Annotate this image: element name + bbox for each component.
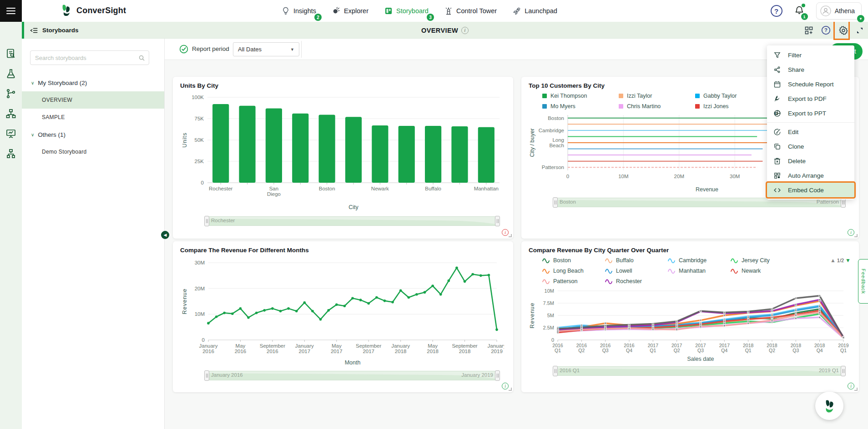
legend-item-mo-myers[interactable]: Mo Myers (542, 103, 619, 110)
range-slider-right-handle[interactable] (495, 370, 500, 381)
range-slider-left-handle[interactable] (204, 370, 209, 381)
svg-text:30M: 30M (730, 174, 740, 179)
range-slider-left-handle[interactable] (553, 366, 558, 376)
legend-item-manhattan[interactable]: Manhattan (668, 268, 731, 274)
ppt-icon: P (773, 110, 781, 117)
help-icon[interactable]: ? (771, 5, 782, 17)
legend-item-izzi-taylor[interactable]: Izzi Taylor (619, 93, 695, 99)
sidebar-item-sample[interactable]: SAMPLE (22, 109, 164, 126)
range-slider-left-handle[interactable] (553, 197, 558, 208)
chart-info-icon[interactable]: i (502, 383, 509, 389)
sidebar-item-overview[interactable]: OVERVIEW (22, 91, 164, 109)
feedback-tab[interactable]: Feedback (858, 259, 868, 304)
range-slider[interactable]: Rochester (205, 216, 500, 226)
legend-item-kei-thompson[interactable]: Kei Thompson (542, 93, 619, 99)
range-slider[interactable]: January 2016January 2019 (205, 371, 500, 380)
menu-item-auto-arrange[interactable]: Auto Arrange (767, 168, 854, 183)
add-widget-icon[interactable] (804, 26, 813, 35)
user-menu[interactable]: Athena ▼ (816, 2, 862, 20)
menu-item-schedule-report[interactable]: Schedule Report (767, 77, 854, 91)
settings-gear-icon[interactable] (838, 25, 848, 35)
resize-handle[interactable] (509, 388, 512, 391)
menu-item-delete[interactable]: Delete (767, 154, 854, 168)
svg-text:2018: 2018 (459, 349, 471, 354)
range-slider-track[interactable] (205, 371, 500, 380)
menu-item-clone[interactable]: Clone (767, 139, 854, 154)
legend-item-gabby-taylor[interactable]: Gabby Taylor (695, 93, 772, 99)
legend-squiggle (605, 279, 612, 284)
range-slider-track[interactable] (205, 216, 500, 226)
athena-chat-fab[interactable] (815, 392, 843, 420)
legend-page-up-icon[interactable]: ▲ (830, 257, 836, 264)
resize-handle[interactable] (854, 234, 858, 237)
menu-divider (767, 122, 854, 123)
menu-item-export-to-pdf[interactable]: Export to PDF (767, 91, 854, 106)
range-slider-right-handle[interactable] (841, 366, 846, 376)
legend-item-rochester[interactable]: Rochester (605, 278, 668, 284)
range-slider-right-handle[interactable] (495, 216, 500, 226)
svg-text:7.5M: 7.5M (543, 300, 554, 306)
flask-icon[interactable] (5, 68, 16, 79)
legend-label: Izzi Taylor (627, 93, 652, 99)
legend-item-patterson[interactable]: Patterson (542, 278, 605, 284)
range-slider-track[interactable] (553, 366, 845, 376)
conversight-logo[interactable]: ConverSight (59, 4, 126, 17)
nav-item-launchpad[interactable]: Launchpad (512, 6, 557, 15)
tree-group-label: Others (1) (38, 131, 66, 138)
network-icon[interactable] (5, 148, 16, 159)
tree-group[interactable]: ∨My Storyboard (2) (22, 74, 164, 91)
menu-item-label: Auto Arrange (788, 172, 824, 179)
legend-page-down-icon[interactable]: ▼ (845, 257, 851, 264)
nav-item-storyboard[interactable]: Storyboard3 (384, 6, 429, 15)
presentation-icon[interactable] (5, 128, 16, 139)
chart-info-icon[interactable]: i (502, 229, 509, 236)
nav-label: Control Tower (456, 7, 497, 15)
legend-item-lowell[interactable]: Lowell (605, 268, 668, 274)
range-slider-left-handle[interactable] (204, 216, 209, 226)
fullscreen-icon[interactable] (856, 27, 863, 34)
legend-squiggle (731, 258, 738, 263)
menu-item-edit[interactable]: Edit (767, 125, 854, 139)
menu-item-embed-code[interactable]: Embed Code (767, 183, 854, 197)
check-circle-icon[interactable] (179, 45, 188, 54)
nav-item-insights[interactable]: Insights2 (281, 6, 316, 15)
legend-item-buffalo[interactable]: Buffalo (605, 257, 668, 264)
info-icon[interactable]: i (461, 27, 469, 34)
notifications-bell-icon[interactable]: 1 (794, 5, 804, 17)
resize-handle[interactable] (509, 234, 512, 237)
nav-item-explorer[interactable]: Explorer (332, 6, 368, 15)
chart-info-icon[interactable]: i (848, 229, 854, 236)
hamburger-menu-icon[interactable] (0, 0, 22, 22)
sidebar-item-demo-storyboard[interactable]: Demo Storyboard (22, 143, 164, 160)
settings-dropdown-menu: FilterShareSchedule ReportExport to PDFP… (767, 45, 854, 200)
legend-item-newark[interactable]: Newark (731, 268, 793, 274)
menu-item-filter[interactable]: Filter (767, 48, 854, 62)
branch-icon[interactable] (5, 88, 16, 99)
legend-item-cambridge[interactable]: Cambridge (668, 257, 731, 264)
tree-group[interactable]: ∨Others (1) (22, 126, 164, 143)
bulb-icon (281, 6, 290, 15)
search-box[interactable] (30, 50, 149, 65)
collapse-panel-icon[interactable]: ◀ (161, 231, 169, 239)
legend-item-chris-martino[interactable]: Chris Martino (619, 103, 695, 110)
legend-item-izzi-jones[interactable]: Izzi Jones (695, 103, 772, 110)
nav-item-control-tower[interactable]: Control Tower (444, 6, 497, 15)
svg-text:25K: 25K (195, 159, 204, 164)
search-input[interactable] (35, 55, 138, 61)
doc-search-icon[interactable] (5, 48, 16, 59)
menu-item-export-to-ppt[interactable]: PExport to PPT (767, 106, 854, 120)
sitemap-icon[interactable] (5, 108, 16, 119)
chart-info-icon[interactable]: i (848, 383, 854, 389)
chart-legend: BostonBuffaloCambridgeJersey CityLong Be… (542, 257, 852, 284)
date-range-select[interactable]: All Dates▼ (233, 42, 299, 56)
storyboard-help-icon[interactable]: ? (821, 25, 831, 35)
search-icon[interactable] (138, 55, 145, 61)
chart-title: Compare Revenue By City Quarter Over Qua… (529, 247, 852, 254)
legend-item-jersey-city[interactable]: Jersey City (731, 257, 793, 264)
svg-text:Q2: Q2 (674, 348, 680, 353)
menu-item-share[interactable]: Share (767, 62, 854, 77)
resize-handle[interactable] (854, 388, 858, 391)
range-slider[interactable]: 2016 Q12019 Q1 (553, 366, 845, 376)
legend-item-long-beach[interactable]: Long Beach (542, 268, 605, 274)
legend-item-boston[interactable]: Boston (542, 257, 605, 264)
